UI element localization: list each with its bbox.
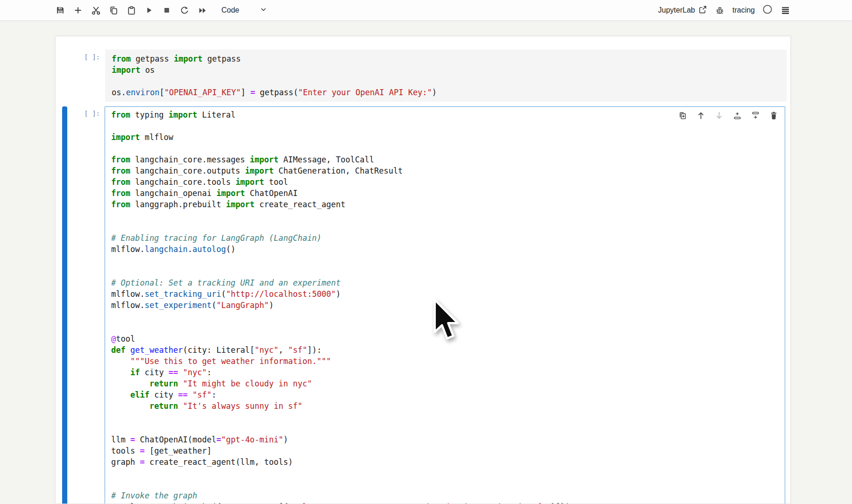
external-link-icon: [698, 5, 707, 16]
debug-icon[interactable]: [715, 5, 725, 15]
move-cell-up-icon[interactable]: [696, 111, 705, 120]
code-line: import os: [112, 64, 787, 76]
code-line: mlflow.langchain.autolog(): [111, 244, 785, 255]
chevron-down-icon: [260, 6, 267, 15]
add-cell-icon[interactable]: [73, 5, 83, 15]
code-line: result = graph.invoke({"messages": [{"ro…: [111, 501, 785, 504]
selected-cell-indicator-bar: [62, 106, 67, 504]
cell-toolbar: [678, 111, 778, 120]
code-line: [111, 311, 785, 322]
toolbar-left-group: Code: [55, 0, 267, 21]
move-cell-down-icon[interactable]: [714, 111, 724, 120]
code-line: # Optional: Set a tracking URI and an ex…: [111, 277, 785, 288]
code-line: [111, 255, 785, 266]
cell-2-input-prompt: [ ]:: [56, 110, 100, 117]
code-line: from langchain_core.outputs import ChatG…: [111, 165, 785, 176]
cell-2-code: from typing import Literalimport mlflowf…: [111, 109, 785, 504]
cell-1-input-prompt: [ ]:: [56, 53, 100, 61]
code-line: from langchain_core.messages import AIMe…: [111, 154, 785, 165]
code-line: # Invoke the graph: [111, 490, 785, 501]
code-line: [111, 468, 785, 479]
cell-1-code: from getpass import getpassimport osos.e…: [112, 53, 787, 98]
code-line: from getpass import getpass: [112, 53, 787, 64]
code-line: """Use this to get weather information."…: [111, 356, 785, 367]
code-line: return "It's always sunny in sf": [111, 400, 785, 412]
code-line: os.environ["OPENAI_API_KEY"] = getpass("…: [112, 87, 787, 98]
code-line: [111, 479, 785, 490]
code-line: from langgraph.prebuilt import create_re…: [111, 199, 785, 210]
code-line: [111, 143, 785, 154]
jupyterlab-link[interactable]: JupyterLab: [658, 5, 707, 16]
code-line: llm = ChatOpenAI(model="gpt-4o-mini"): [111, 434, 785, 445]
code-line: elif city == "sf":: [111, 389, 785, 400]
code-line: @tool: [111, 333, 785, 344]
insert-cell-below-icon[interactable]: [751, 111, 760, 120]
copy-cells-icon[interactable]: [108, 5, 119, 15]
kernel-status-icon: [762, 4, 773, 16]
toolbar-right-group: JupyterLab tracing: [658, 0, 790, 21]
cell-type-dropdown[interactable]: Code: [221, 6, 267, 15]
code-line: return "It might be cloudy in nyc": [111, 378, 785, 389]
duplicate-cell-icon[interactable]: [678, 111, 687, 120]
kernel-name-label: tracing: [732, 6, 755, 14]
code-line: import mlflow: [111, 132, 785, 143]
stop-kernel-icon[interactable]: [162, 5, 172, 15]
restart-kernel-icon[interactable]: [179, 5, 190, 15]
menu-icon[interactable]: [780, 5, 790, 15]
notebook-document: [ ]: from getpass import getpassimport o…: [55, 36, 791, 504]
paste-cells-icon[interactable]: [126, 5, 136, 15]
code-line: [111, 221, 785, 232]
code-line: from langchain_core.tools import tool: [111, 176, 785, 188]
code-line: mlflow.set_experiment("LangGraph"): [111, 300, 785, 311]
code-line: from langchain_openai import ChatOpenAI: [111, 188, 785, 199]
save-icon[interactable]: [55, 5, 65, 15]
code-line: if city == "nyc":: [111, 367, 785, 378]
code-line: [111, 423, 785, 434]
code-line: [111, 322, 785, 333]
jupyterlab-label: JupyterLab: [658, 6, 695, 14]
cell-1-editor[interactable]: from getpass import getpassimport osos.e…: [105, 49, 787, 102]
insert-cell-above-icon[interactable]: [732, 111, 742, 120]
delete-cell-icon[interactable]: [769, 111, 778, 120]
run-all-cells-icon[interactable]: [197, 5, 207, 15]
code-line: # Enabling tracing for LangGraph (LangCh…: [111, 232, 785, 244]
jupyterlab-screen: Code JupyterLab tracing: [0, 0, 852, 504]
code-line: [111, 266, 785, 277]
code-line: [111, 412, 785, 423]
code-line: [111, 210, 785, 221]
code-line: graph = create_react_agent(llm, tools): [111, 456, 785, 468]
code-line: def get_weather(city: Literal["nyc", "sf…: [111, 344, 785, 356]
cell-2-editor[interactable]: from typing import Literalimport mlflowf…: [105, 106, 785, 504]
code-line: tools = [get_weather]: [111, 445, 785, 456]
code-line: [112, 76, 787, 87]
run-cell-icon[interactable]: [144, 5, 154, 15]
cut-cells-icon[interactable]: [91, 5, 101, 15]
code-line: [111, 120, 785, 132]
code-line: mlflow.set_tracking_uri("http://localhos…: [111, 288, 785, 300]
notebook-toolbar: Code JupyterLab tracing: [0, 0, 852, 21]
cell-type-label: Code: [221, 6, 239, 14]
